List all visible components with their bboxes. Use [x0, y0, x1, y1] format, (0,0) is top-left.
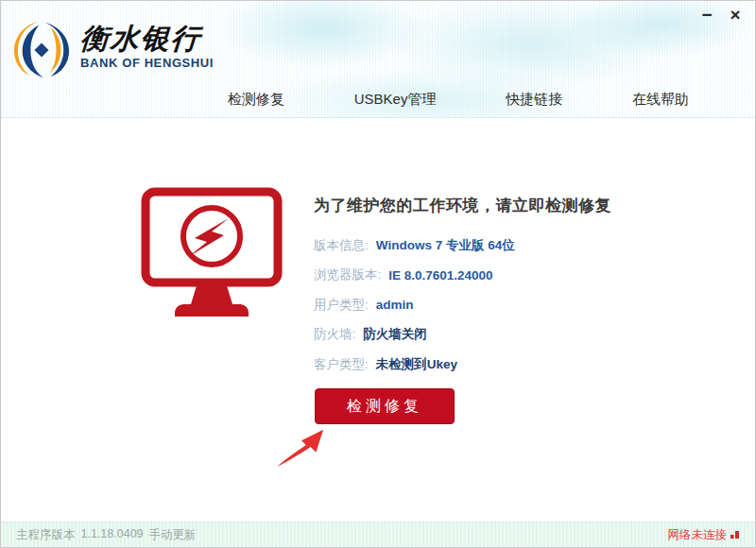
- info-row-browser-version: 浏览器版本: IE 8.0.7601.24000: [314, 261, 720, 291]
- info-row-os-version: 版本信息: Windows 7 专业版 64位: [314, 231, 720, 261]
- info-row-client-type: 客户类型: 未检测到Ukey: [314, 350, 720, 380]
- info-label: 防火墙:: [314, 326, 355, 343]
- status-panel: 为了维护您的工作环境，请立即检测修复 版本信息: Windows 7 专业版 6…: [314, 195, 720, 380]
- info-label: 客户类型:: [314, 356, 369, 373]
- info-value: Windows 7 专业版 64位: [376, 237, 515, 254]
- header: 衡水银行 BANK OF HENGSHUI − × 检测修复 USBKey管理 …: [1, 1, 755, 118]
- window-controls: − ×: [696, 3, 746, 26]
- footer-version-info: 主程序版本 1.1.18.0409 手动更新: [16, 527, 197, 543]
- info-value: 防火墙关闭: [363, 326, 427, 343]
- info-label: 版本信息:: [314, 237, 369, 254]
- info-label: 浏览器版本:: [314, 266, 381, 283]
- info-row-firewall: 防火墙: 防火墙关闭: [314, 320, 720, 351]
- pointer-arrow-icon: [276, 425, 331, 472]
- bank-name-en: BANK OF HENGSHUI: [80, 56, 214, 70]
- page-title: 为了维护您的工作环境，请立即检测修复: [314, 195, 720, 216]
- minimize-button[interactable]: −: [696, 3, 717, 26]
- system-info-list: 版本信息: Windows 7 专业版 64位 浏览器版本: IE 8.0.76…: [314, 231, 720, 380]
- bank-emblem-icon: [10, 21, 73, 83]
- app-window: 衡水银行 BANK OF HENGSHUI − × 检测修复 USBKey管理 …: [0, 0, 756, 548]
- info-value: 未检测到Ukey: [376, 356, 457, 373]
- footer-status-bar: 主程序版本 1.1.18.0409 手动更新 网络未连接: [1, 522, 755, 547]
- close-button[interactable]: ×: [725, 3, 746, 26]
- bank-name-cn: 衡水银行: [79, 23, 215, 54]
- info-label: 用户类型:: [314, 297, 369, 314]
- monitor-lightning-icon: [141, 187, 283, 323]
- info-value: IE 8.0.7601.24000: [388, 268, 492, 283]
- version-number: 1.1.18.0409: [81, 527, 144, 543]
- version-label: 主程序版本: [16, 527, 76, 543]
- nav-item-usbkey[interactable]: USBKey管理: [354, 91, 437, 109]
- network-status: 网络未连接: [668, 527, 741, 543]
- brand-text: 衡水银行 BANK OF HENGSHUI: [80, 21, 214, 70]
- nav-item-repair[interactable]: 检测修复: [228, 91, 284, 109]
- info-value: admin: [376, 298, 414, 312]
- network-signal-icon: [730, 528, 740, 541]
- manual-update-link[interactable]: 手动更新: [149, 527, 197, 543]
- repair-button[interactable]: 检测修复: [315, 388, 455, 424]
- main-nav: 检测修复 USBKey管理 快捷链接 在线帮助: [228, 91, 689, 109]
- nav-item-quick-links[interactable]: 快捷链接: [506, 91, 562, 109]
- nav-item-online-help[interactable]: 在线帮助: [632, 91, 689, 109]
- brand-logo: 衡水银行 BANK OF HENGSHUI: [10, 21, 214, 83]
- info-row-user-type: 用户类型: admin: [314, 290, 720, 320]
- network-status-text: 网络未连接: [668, 527, 728, 543]
